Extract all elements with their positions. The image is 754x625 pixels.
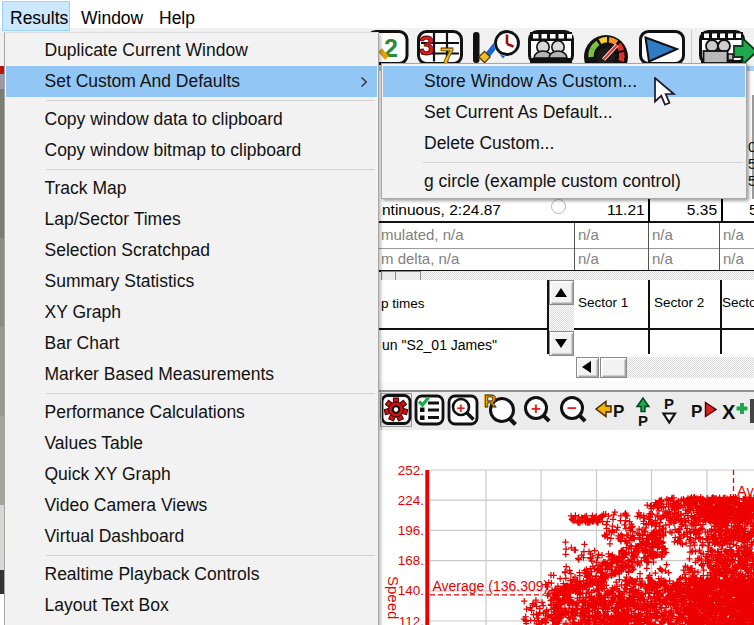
svg-text:P: P bbox=[638, 412, 648, 429]
svg-text:+: + bbox=[531, 399, 541, 418]
svg-text:Average (136.309): Average (136.309) bbox=[433, 578, 549, 594]
svg-text:−: − bbox=[567, 399, 577, 418]
svg-text:252.: 252. bbox=[398, 463, 424, 478]
svg-text:R: R bbox=[484, 392, 496, 411]
svg-text:X: X bbox=[722, 401, 736, 423]
svg-text:224.: 224. bbox=[398, 493, 424, 508]
svg-text:168.: 168. bbox=[398, 553, 424, 568]
svg-text:P: P bbox=[613, 402, 624, 421]
svg-text:Speed: Speed bbox=[385, 576, 402, 619]
svg-text:112.: 112. bbox=[399, 614, 424, 625]
svg-text:P: P bbox=[691, 402, 702, 421]
svg-text:P: P bbox=[664, 395, 674, 412]
svg-text:196.: 196. bbox=[398, 523, 424, 538]
svg-text:+: + bbox=[457, 399, 466, 416]
